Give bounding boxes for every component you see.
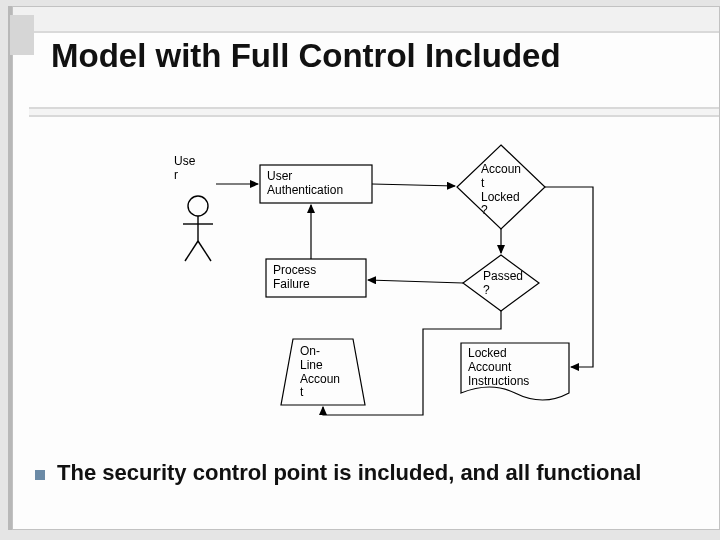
arrow-passed-to-failure — [368, 280, 463, 283]
actor-icon — [183, 196, 213, 261]
label-passed: Passed ? — [483, 270, 523, 298]
diagram-canvas — [13, 7, 719, 529]
svg-line-5 — [198, 241, 211, 261]
svg-line-4 — [185, 241, 198, 261]
arrow-auth-to-locked — [372, 184, 455, 186]
slide-frame: Model with Full Control Included — [12, 6, 720, 530]
bullet-text: The security control point is included, … — [57, 460, 641, 486]
svg-point-1 — [188, 196, 208, 216]
label-user-auth: User Authentication — [267, 170, 343, 198]
bullet-icon — [35, 470, 45, 480]
arrow-locked-to-instructions — [545, 187, 593, 367]
label-process-failure: Process Failure — [273, 264, 316, 292]
actor-label: Use r — [174, 155, 195, 183]
label-online-account: On- Line Accoun t — [300, 345, 340, 400]
label-locked-instructions: Locked Account Instructions — [468, 347, 529, 388]
label-account-locked: Accoun t Locked ? — [481, 163, 521, 218]
